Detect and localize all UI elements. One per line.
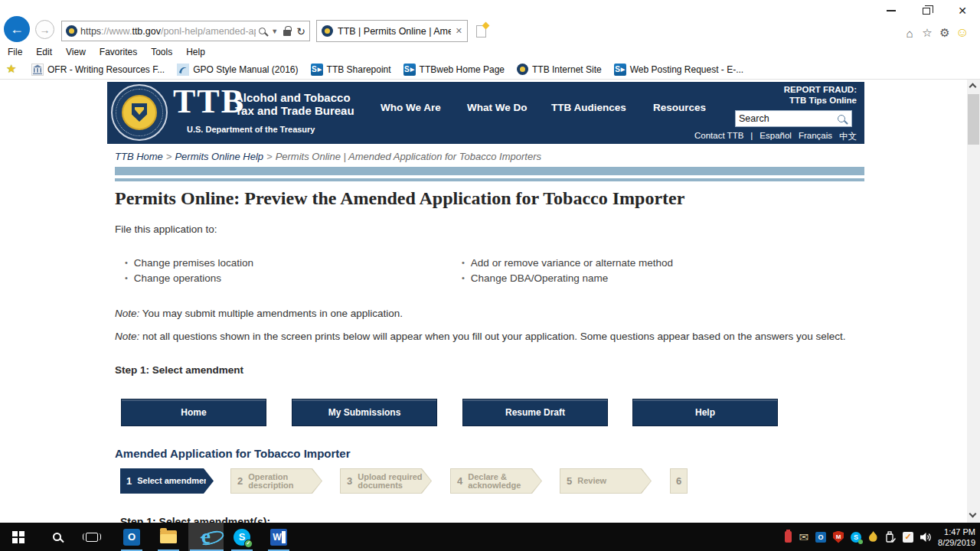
- favorite-item[interactable]: S▶ Web Posting Request - E-...: [614, 64, 744, 76]
- nav-who-we-are[interactable]: Who We Are: [381, 102, 441, 113]
- scrollbar-thumb[interactable]: [968, 94, 979, 145]
- tab-close-icon[interactable]: ✕: [456, 26, 462, 36]
- page-scrollbar[interactable]: [967, 80, 980, 523]
- favorites-star-icon[interactable]: ☆: [920, 25, 935, 41]
- list-item: •Add or remove variance or alternate met…: [462, 255, 673, 270]
- browser-tab[interactable]: TTB | Permits Online | Ame... ✕: [316, 20, 468, 42]
- internet-explorer-icon: e: [201, 527, 211, 547]
- home-icon[interactable]: ⌂: [902, 25, 917, 41]
- speaker-icon[interactable]: [920, 532, 933, 543]
- page-viewport: TTB Alcohol and Tobacco Tax and Trade Bu…: [0, 80, 980, 523]
- step-1-heading: Step 1: Select amendment: [115, 364, 243, 376]
- wizard-step-4[interactable]: 4Declare & acknowledge: [450, 468, 542, 494]
- step-label: Declare & acknowledge: [468, 473, 535, 490]
- task-view-button[interactable]: [81, 523, 103, 551]
- menu-edit[interactable]: Edit: [29, 47, 59, 57]
- note-text: You may submit multiple amendments in on…: [139, 308, 403, 319]
- outlook-tray-icon[interactable]: O: [815, 532, 826, 543]
- breadcrumb: TTB Home>Permits Online Help>Permits Onl…: [115, 151, 541, 162]
- wizard-step-3[interactable]: 3Upload required documents: [340, 468, 432, 494]
- search-icon[interactable]: [838, 115, 845, 122]
- clock-date: 8/29/2019: [938, 537, 975, 548]
- wizard-step-6[interactable]: 6: [670, 468, 688, 494]
- favorite-item[interactable]: S▶ TTBweb Home Page: [403, 64, 505, 76]
- chevron-down-icon[interactable]: ▼: [271, 28, 278, 35]
- feedback-smiley-icon[interactable]: ☺: [955, 25, 970, 41]
- site-search-input[interactable]: [739, 113, 838, 124]
- refresh-icon[interactable]: ↻: [296, 25, 305, 37]
- taskbar-clock[interactable]: 1:47 PM 8/29/2019: [938, 523, 975, 551]
- wizard-step-1[interactable]: 1Select amendment: [120, 468, 214, 494]
- file-explorer-icon: [160, 530, 177, 543]
- favorite-item[interactable]: OFR - Writing Resources F...: [31, 64, 165, 76]
- step-number: 5: [567, 475, 572, 487]
- taskbar-internet-explorer[interactable]: e: [193, 523, 219, 551]
- report-fraud[interactable]: REPORT FRAUD: TTB Tips Online: [784, 84, 857, 106]
- forward-button[interactable]: →: [35, 20, 54, 39]
- ttb-site-header: TTB Alcohol and Tobacco Tax and Trade Bu…: [107, 82, 864, 144]
- taskbar-file-explorer[interactable]: [156, 523, 181, 551]
- menu-favorites[interactable]: Favorites: [93, 47, 144, 57]
- taskbar-search-button[interactable]: [46, 523, 67, 551]
- my-submissions-button[interactable]: My Submissions: [292, 399, 437, 426]
- site-search-box[interactable]: [735, 110, 852, 127]
- add-favorite-star-icon[interactable]: [6, 64, 19, 76]
- start-button[interactable]: [8, 523, 29, 551]
- favorite-item[interactable]: GPO Style Manual (2016): [177, 64, 298, 76]
- taskbar-skype[interactable]: S✓: [230, 523, 254, 551]
- flame-icon[interactable]: [868, 531, 878, 543]
- mcafee-shield-icon[interactable]: M: [833, 531, 844, 543]
- francais-link[interactable]: Français: [799, 131, 832, 142]
- chinese-link[interactable]: 中文: [839, 131, 857, 142]
- battery-status-icon[interactable]: [785, 531, 792, 543]
- mail-envelope-icon[interactable]: ✉: [799, 530, 808, 544]
- home-button[interactable]: Home: [121, 399, 266, 426]
- url-text[interactable]: https://www.ttb.gov/ponl-help/amended-ap: [80, 26, 256, 37]
- wizard-step-5[interactable]: 5Review: [560, 468, 652, 494]
- skype-tray-icon[interactable]: S: [851, 532, 861, 543]
- taskbar-outlook[interactable]: O: [119, 523, 144, 551]
- favorite-item[interactable]: TTB Internet Site: [517, 64, 602, 75]
- settings-gear-icon[interactable]: ⚙: [937, 25, 952, 41]
- contact-ttb-link[interactable]: Contact TTB: [694, 131, 743, 142]
- scroll-up-icon[interactable]: [969, 83, 977, 90]
- usb-device-icon[interactable]: [885, 531, 896, 543]
- close-button[interactable]: ✕: [953, 5, 972, 17]
- menu-view[interactable]: View: [59, 47, 93, 57]
- wizard-step-2[interactable]: 2Operation description: [230, 468, 322, 494]
- menu-help[interactable]: Help: [179, 47, 212, 57]
- ttb-favicon: [517, 64, 528, 75]
- nav-resources[interactable]: Resources: [653, 102, 706, 113]
- bullet-text: Add or remove variance or alternate meth…: [471, 257, 673, 269]
- addressbar-icons: ▼ ↻: [259, 25, 305, 37]
- favorite-label: GPO Style Manual (2016): [193, 64, 298, 75]
- lock-icon[interactable]: [283, 30, 291, 36]
- scroll-down-icon[interactable]: [969, 512, 977, 520]
- menu-file[interactable]: File: [1, 47, 29, 57]
- back-button[interactable]: ←: [4, 16, 30, 42]
- menu-tools[interactable]: Tools: [144, 47, 179, 57]
- windows-logo-icon: [12, 531, 24, 543]
- word-icon: W: [270, 529, 287, 546]
- restore-button[interactable]: [917, 5, 936, 17]
- espanol-link[interactable]: Español: [760, 131, 792, 142]
- help-button[interactable]: Help: [632, 399, 778, 426]
- minimize-button[interactable]: [882, 5, 900, 17]
- breadcrumb-permits-online-help[interactable]: Permits Online Help: [175, 151, 263, 162]
- new-tab-button[interactable]: [472, 23, 489, 40]
- partial-step-heading: Step 1: Select amendment(s):: [120, 516, 270, 523]
- favorite-label: OFR - Writing Resources F...: [47, 64, 165, 75]
- desktop-screen: ✕ ← → https://www.ttb.gov/ponl-help/amen…: [0, 0, 980, 551]
- report-fraud-line2: TTB Tips Online: [784, 95, 857, 106]
- taskbar-word[interactable]: W: [266, 523, 291, 551]
- tab-favicon: [322, 25, 333, 37]
- resume-draft-button[interactable]: Resume Draft: [462, 399, 608, 426]
- checkmark-app-icon[interactable]: ✓: [903, 532, 913, 543]
- nav-what-we-do[interactable]: What We Do: [467, 102, 528, 113]
- breadcrumb-ttb-home[interactable]: TTB Home: [115, 151, 163, 162]
- nav-ttb-audiences[interactable]: TTB Audiences: [551, 102, 626, 113]
- favorite-item[interactable]: S▶ TTB Sharepoint: [311, 64, 391, 76]
- sharepoint-icon: S▶: [403, 64, 416, 76]
- address-bar[interactable]: https://www.ttb.gov/ponl-help/amended-ap…: [61, 21, 310, 41]
- search-icon[interactable]: [259, 28, 266, 34]
